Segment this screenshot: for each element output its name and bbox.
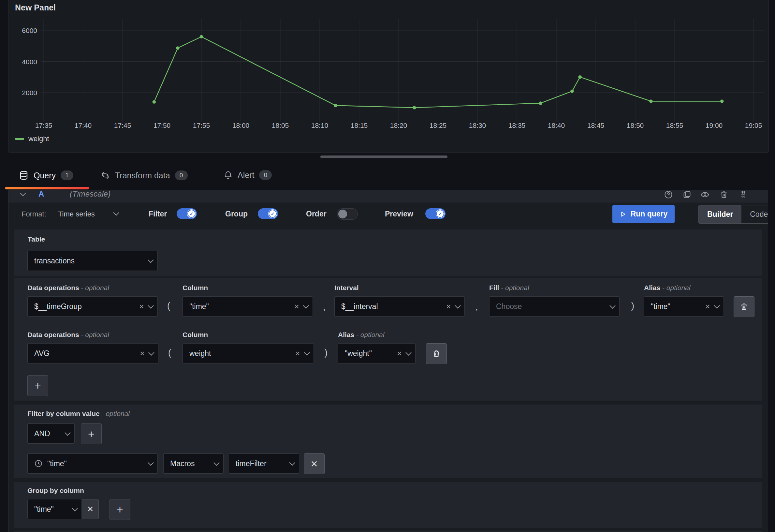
clear-icon[interactable]: × (705, 302, 710, 311)
builder-mode-option[interactable]: Builder (699, 205, 741, 223)
group-toggle-label: Group (225, 209, 248, 218)
editor-resize-handle[interactable] (320, 155, 448, 158)
alias-select[interactable]: "weight" × (338, 343, 416, 364)
drag-handle-icon[interactable] (739, 190, 748, 199)
legend-series-swatch (15, 138, 24, 140)
group-by-column-select[interactable]: "time" (27, 499, 82, 519)
filter-section-label: Filter by column value - optional (27, 410, 130, 418)
clear-icon[interactable]: × (446, 302, 451, 311)
code-mode-option[interactable]: Code (741, 205, 768, 223)
chart-panel: 17:3517:4017:4517:5017:5518:0018:0518:10… (8, 0, 769, 152)
close-icon: ✕ (87, 505, 93, 514)
toggle-knob: ✓ (268, 209, 277, 218)
panel-title: New Panel (15, 3, 56, 12)
data-operations-section: Data operations - optional Column Interv… (14, 278, 762, 401)
add-filter-button[interactable]: + (81, 424, 102, 444)
eye-icon[interactable] (700, 190, 710, 199)
legend-series-label: weight (28, 135, 49, 143)
svg-text:6000: 6000 (22, 27, 37, 34)
svg-text:18:55: 18:55 (666, 122, 683, 129)
help-circle-icon[interactable] (664, 190, 673, 199)
close-paren: ) (631, 301, 634, 311)
preview-toggle[interactable]: ✓ (425, 208, 446, 219)
transform-icon (100, 170, 110, 180)
fill-select[interactable]: Choose (489, 296, 620, 317)
svg-text:18:05: 18:05 (272, 122, 289, 129)
filter-section: Filter by column value - optional AND + … (14, 405, 762, 478)
macro-group-select[interactable]: Macros (163, 453, 223, 474)
delete-row-button[interactable] (734, 296, 754, 317)
clear-icon[interactable]: × (139, 302, 144, 311)
select-value: Macros (170, 459, 214, 468)
dataop-select[interactable]: AVG × (27, 343, 158, 364)
delete-row-button[interactable] (426, 343, 447, 364)
trash-icon[interactable] (719, 190, 729, 199)
close-paren: ) (324, 348, 327, 358)
clear-icon[interactable]: × (397, 349, 402, 358)
order-toggle[interactable] (337, 208, 358, 220)
editor-mode-switch: Builder Code (698, 205, 768, 223)
column-select[interactable]: "time" × (182, 296, 313, 317)
group-toggle[interactable]: ✓ (258, 208, 278, 219)
play-icon (620, 210, 627, 218)
open-paren: ( (168, 348, 171, 358)
alert-count-badge: 0 (259, 170, 272, 180)
column-select[interactable]: weight × (182, 343, 314, 364)
table-section: Table transactions (14, 229, 762, 276)
collapse-query-button[interactable] (21, 190, 25, 200)
filter-toggle[interactable]: ✓ (177, 208, 197, 219)
open-paren: ( (167, 301, 170, 311)
svg-text:19:00: 19:00 (706, 122, 723, 129)
svg-text:17:55: 17:55 (193, 122, 210, 129)
group-by-label: Group by column (27, 487, 84, 495)
chevron-down-icon (72, 505, 78, 511)
filter-operator-select[interactable]: AND (27, 424, 75, 444)
svg-text:17:45: 17:45 (114, 122, 131, 129)
tab-alert[interactable]: Alert 0 (223, 170, 272, 180)
add-group-by-button[interactable]: + (109, 499, 130, 520)
dataop-label: Data operations - optional (27, 284, 109, 292)
order-toggle-label: Order (306, 209, 326, 218)
tab-transform-data[interactable]: Transform data 0 (100, 170, 188, 180)
select-value: $__timeGroup (34, 302, 139, 311)
chevron-down-icon (65, 430, 70, 436)
query-ref-id: A (38, 190, 44, 200)
chevron-down-icon (113, 209, 119, 215)
svg-text:2000: 2000 (22, 89, 37, 96)
select-value: AND (34, 429, 65, 438)
clear-icon[interactable]: × (140, 349, 145, 358)
clear-icon[interactable]: × (294, 302, 299, 311)
filter-column-select[interactable]: "time" (27, 453, 158, 474)
alias-label: Alias - optional (644, 284, 690, 292)
copy-icon[interactable] (682, 190, 692, 199)
select-value: "time" (34, 505, 72, 514)
select-value: "time" (47, 459, 148, 468)
svg-text:17:40: 17:40 (75, 122, 92, 129)
chart-legend[interactable]: weight (15, 135, 49, 143)
svg-text:18:15: 18:15 (351, 122, 368, 129)
remove-group-by-button[interactable]: ✕ (82, 499, 99, 519)
add-operation-button[interactable]: + (27, 375, 48, 396)
group-by-section: Group by column "time" ✕ + (14, 482, 762, 528)
dataop-select[interactable]: $__timeGroup × (27, 296, 158, 317)
clear-icon[interactable]: × (295, 349, 300, 358)
run-query-button[interactable]: Run query (612, 205, 675, 223)
remove-filter-button[interactable]: ✕ (304, 453, 324, 474)
table-label: Table (28, 235, 45, 243)
chevron-down-icon (406, 350, 411, 355)
query-row-header[interactable]: A (Timescale) (8, 190, 768, 202)
bell-icon (223, 170, 233, 180)
format-select[interactable]: Time series (58, 210, 95, 218)
alias-label: Alias - optional (338, 331, 384, 339)
transform-count-badge: 0 (175, 170, 188, 180)
active-tab-underline (5, 187, 89, 189)
chevron-down-icon (213, 460, 219, 466)
interval-select[interactable]: $__interval × (334, 296, 465, 317)
column-label: Column (182, 284, 208, 292)
alias-select[interactable]: "time" × (644, 296, 724, 317)
svg-text:18:30: 18:30 (469, 122, 486, 129)
svg-text:18:45: 18:45 (587, 122, 605, 129)
table-select[interactable]: transactions (27, 251, 158, 271)
macro-select[interactable]: timeFilter (229, 453, 299, 474)
tab-query[interactable]: Query 1 (19, 170, 73, 180)
